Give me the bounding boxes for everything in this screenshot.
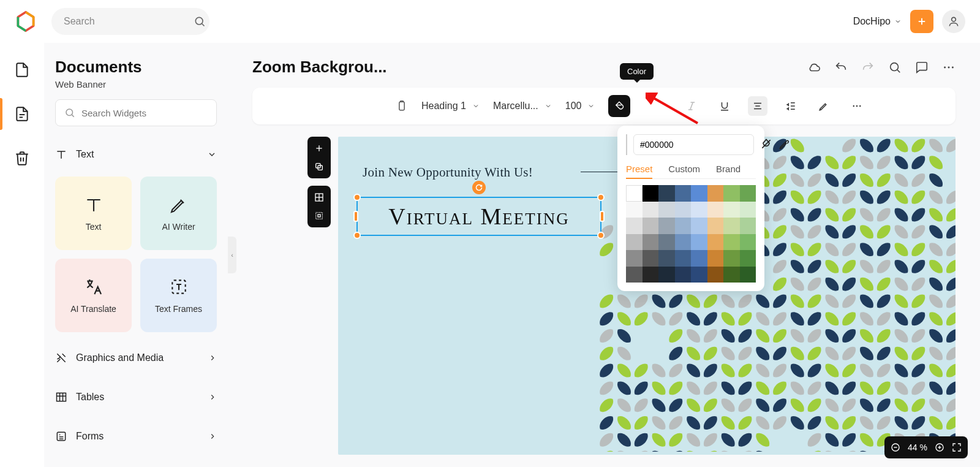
italic-button[interactable]: [682, 96, 701, 116]
heading-dropdown[interactable]: Heading 1: [421, 101, 480, 112]
color-swatch[interactable]: [723, 218, 740, 234]
color-swatch[interactable]: [740, 234, 756, 251]
duplicate-button[interactable]: [311, 159, 327, 175]
section-tables[interactable]: Tables: [55, 384, 217, 411]
color-swatch[interactable]: [658, 185, 675, 202]
font-dropdown[interactable]: Marcellu...: [493, 101, 552, 112]
color-swatch[interactable]: [658, 202, 675, 218]
account-button[interactable]: [942, 10, 965, 33]
card-ai-writer[interactable]: AI Writer: [140, 177, 217, 250]
color-swatch[interactable]: [626, 234, 643, 251]
search-button[interactable]: [888, 61, 902, 74]
align-button[interactable]: [748, 96, 767, 116]
color-swatch[interactable]: [675, 185, 692, 202]
color-swatch[interactable]: [707, 234, 724, 251]
nav-trash-icon[interactable]: [10, 146, 34, 170]
color-swatch[interactable]: [658, 234, 675, 251]
card-ai-translate[interactable]: AI Translate: [55, 259, 132, 332]
document-title[interactable]: Zoom Backgrou...: [252, 58, 387, 77]
color-swatch[interactable]: [707, 250, 724, 267]
fontsize-dropdown[interactable]: 100: [565, 101, 595, 112]
redo-button[interactable]: [861, 61, 875, 74]
zoom-in-button[interactable]: [935, 442, 944, 452]
card-text-frames[interactable]: Text Frames: [140, 259, 217, 332]
color-swatch[interactable]: [740, 250, 756, 267]
line-spacing-button[interactable]: [781, 96, 801, 116]
tab-brand[interactable]: Brand: [716, 164, 741, 179]
color-swatch[interactable]: [643, 234, 659, 251]
color-swatch[interactable]: [643, 202, 659, 218]
color-swatch[interactable]: [626, 250, 643, 267]
global-search-input[interactable]: [64, 16, 186, 27]
tab-preset[interactable]: Preset: [626, 164, 652, 179]
color-swatch[interactable]: [675, 202, 692, 218]
no-color-icon[interactable]: [760, 138, 772, 151]
more-button[interactable]: [942, 61, 956, 74]
color-swatch[interactable]: [740, 218, 756, 234]
color-swatch[interactable]: [707, 218, 724, 234]
color-swatch[interactable]: [675, 234, 692, 251]
color-swatch[interactable]: [626, 218, 643, 234]
color-swatch[interactable]: [658, 267, 675, 283]
card-text[interactable]: Text: [55, 177, 132, 250]
highlight-button[interactable]: [814, 96, 834, 116]
color-swatch[interactable]: [740, 202, 756, 218]
canvas-subhead[interactable]: Join New Opportunity With Us!: [363, 165, 533, 180]
add-element-button[interactable]: [311, 140, 327, 156]
rotate-handle[interactable]: [472, 181, 486, 194]
undo-button[interactable]: [834, 61, 848, 74]
nav-page-icon[interactable]: [10, 102, 34, 126]
color-swatch[interactable]: [691, 185, 707, 202]
color-swatch[interactable]: [658, 250, 675, 267]
color-swatch[interactable]: [643, 185, 659, 202]
collapse-panel-handle[interactable]: ‹: [228, 237, 236, 273]
underline-button[interactable]: [715, 96, 734, 116]
color-swatch[interactable]: [626, 202, 643, 218]
color-swatch[interactable]: [723, 267, 740, 283]
text-color-button[interactable]: [608, 95, 630, 117]
color-swatch[interactable]: [658, 218, 675, 234]
hex-input[interactable]: [633, 134, 754, 155]
color-swatch[interactable]: [691, 234, 707, 251]
eyedropper-icon[interactable]: [778, 138, 791, 151]
color-swatch[interactable]: [740, 267, 756, 283]
fullscreen-button[interactable]: [952, 442, 962, 452]
section-brand-kits[interactable]: Brand Kits and Themes: [55, 462, 217, 467]
section-graphics[interactable]: Graphics and Media: [55, 344, 217, 371]
select-all-button[interactable]: [311, 208, 327, 224]
color-swatch[interactable]: [707, 202, 724, 218]
color-swatch[interactable]: [675, 250, 692, 267]
color-swatch[interactable]: [675, 218, 692, 234]
zoom-out-button[interactable]: [891, 442, 900, 452]
cloud-sync-icon[interactable]: [807, 61, 821, 74]
color-swatch[interactable]: [723, 185, 740, 202]
color-swatch[interactable]: [675, 267, 692, 283]
color-swatch[interactable]: [691, 267, 707, 283]
color-swatch[interactable]: [723, 250, 740, 267]
section-text[interactable]: Text: [55, 141, 217, 168]
canvas-headline[interactable]: Virtual Meeting: [356, 197, 601, 236]
color-swatch[interactable]: [707, 267, 724, 283]
tab-custom[interactable]: Custom: [668, 164, 700, 179]
workspace-dropdown[interactable]: DocHipo: [853, 16, 902, 27]
color-swatch[interactable]: [707, 185, 724, 202]
new-document-button[interactable]: [910, 10, 933, 33]
color-swatch[interactable]: [626, 267, 643, 283]
comments-button[interactable]: [915, 61, 929, 74]
color-swatch[interactable]: [626, 185, 643, 202]
color-swatch[interactable]: [723, 234, 740, 251]
color-swatch[interactable]: [643, 218, 659, 234]
color-swatch[interactable]: [691, 202, 707, 218]
widget-search-input[interactable]: [81, 108, 208, 118]
color-swatch[interactable]: [691, 250, 707, 267]
color-swatch[interactable]: [740, 185, 756, 202]
color-swatch[interactable]: [643, 250, 659, 267]
color-swatch[interactable]: [691, 218, 707, 234]
more-tools-button[interactable]: [847, 96, 867, 116]
color-swatch[interactable]: [723, 202, 740, 218]
current-color-swatch[interactable]: [626, 134, 627, 155]
brand-logo[interactable]: [15, 10, 37, 32]
widget-search[interactable]: [55, 99, 217, 126]
nav-document-icon[interactable]: [10, 58, 34, 82]
global-search[interactable]: [51, 8, 209, 35]
